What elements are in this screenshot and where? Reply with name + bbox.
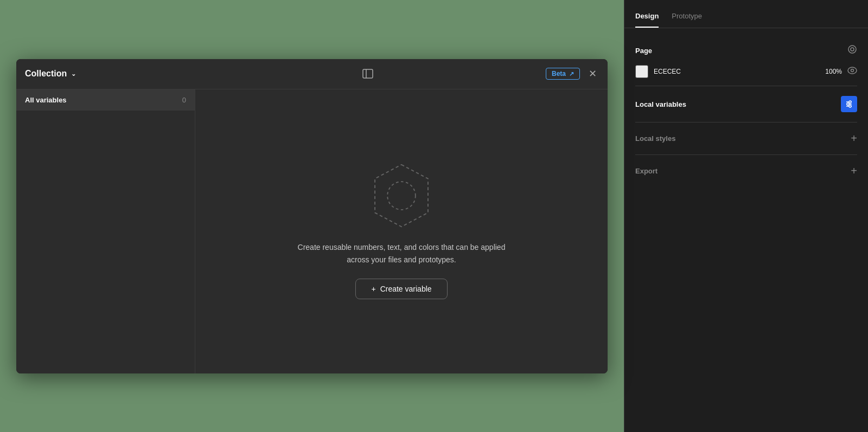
page-section: Page ECECEC 100%: [635, 39, 857, 81]
page-color-opacity: 100%: [825, 68, 842, 75]
create-variable-button[interactable]: + Create variable: [355, 279, 447, 299]
export-label: Export: [635, 167, 658, 175]
export-add-button[interactable]: +: [851, 165, 857, 177]
visibility-icon[interactable]: [847, 67, 857, 76]
external-link-icon: ↗: [569, 70, 574, 78]
close-button[interactable]: ✕: [586, 66, 599, 82]
local-variables-button[interactable]: [841, 96, 857, 112]
modal-body: All variables 0 Create reusable numbers,: [16, 89, 608, 373]
tab-prototype[interactable]: Prototype: [672, 12, 702, 28]
close-icon: ✕: [589, 68, 597, 80]
divider-1: [635, 86, 857, 86]
all-variables-label: All variables: [25, 96, 67, 104]
modal-header: Collection ⌄ Beta ↗ ✕: [16, 59, 608, 89]
svg-point-5: [851, 48, 854, 51]
beta-label: Beta: [552, 70, 566, 78]
modal-header-right: Beta ↗ ✕: [546, 66, 599, 82]
empty-state-description: Create reusable numbers, text, and color…: [293, 241, 510, 266]
tab-design[interactable]: Design: [635, 12, 659, 28]
right-panel-content: Page ECECEC 100%: [624, 28, 868, 432]
all-variables-item[interactable]: All variables 0: [16, 89, 195, 111]
variables-modal: Collection ⌄ Beta ↗ ✕: [16, 59, 608, 373]
sidebar-toggle-icon: [362, 69, 373, 79]
svg-point-13: [849, 105, 851, 107]
variables-main: Create reusable numbers, text, and color…: [195, 89, 608, 373]
svg-point-6: [848, 67, 857, 74]
local-styles-add-button[interactable]: +: [851, 132, 857, 145]
collection-title-label: Collection: [25, 69, 67, 79]
create-variable-label: Create variable: [380, 285, 432, 293]
page-color-hex: ECECEC: [654, 68, 820, 75]
svg-marker-2: [375, 165, 428, 227]
page-section-header: Page: [635, 39, 857, 62]
svg-point-7: [851, 69, 854, 72]
sliders-icon: [845, 100, 853, 108]
local-variables-section: Local variables: [635, 88, 857, 120]
svg-point-11: [849, 101, 851, 103]
divider-3: [635, 154, 857, 155]
chevron-down-icon: ⌄: [71, 70, 76, 78]
local-styles-section: Local styles +: [635, 125, 857, 152]
beta-button[interactable]: Beta ↗: [546, 68, 580, 80]
svg-point-3: [387, 182, 416, 210]
svg-point-12: [847, 103, 849, 105]
collection-title-button[interactable]: Collection ⌄: [25, 69, 199, 79]
svg-point-4: [848, 46, 856, 53]
sidebar-toggle-button[interactable]: [359, 66, 376, 82]
variables-sidebar: All variables 0: [16, 89, 195, 373]
local-styles-label: Local styles: [635, 134, 675, 143]
divider-2: [635, 122, 857, 122]
all-variables-count: 0: [182, 96, 186, 104]
right-panel: Design Prototype Page ECECEC: [624, 0, 868, 432]
local-variables-label: Local variables: [635, 100, 686, 108]
empty-state-icon: [369, 163, 434, 228]
create-variable-plus-icon: +: [371, 285, 375, 293]
page-section-icon[interactable]: [847, 44, 857, 56]
page-color-swatch[interactable]: [635, 65, 648, 78]
right-panel-tabs: Design Prototype: [624, 0, 868, 28]
page-color-row: ECECEC 100%: [635, 62, 857, 81]
page-section-title: Page: [635, 47, 652, 55]
svg-rect-0: [363, 69, 373, 78]
export-section: Export +: [635, 157, 857, 185]
canvas-area: Collection ⌄ Beta ↗ ✕: [0, 0, 624, 432]
